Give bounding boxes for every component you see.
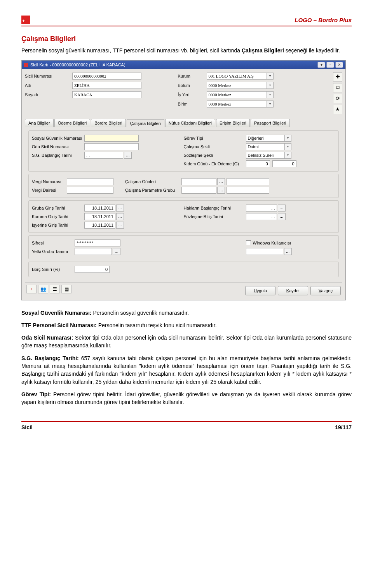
tab-odeme[interactable]: Ödeme Bilgileri	[54, 119, 91, 127]
people-icon[interactable]: 👥	[38, 285, 48, 293]
ellipsis-icon[interactable]: …	[217, 178, 225, 185]
ellipsis-icon[interactable]: …	[278, 205, 286, 212]
label: Adı	[25, 83, 72, 88]
bottom-left-toolbar: ‹ 👥 ☰ ▤	[25, 285, 73, 294]
sifre-input[interactable]: **********	[75, 239, 120, 246]
sgn-input[interactable]	[84, 135, 139, 142]
birim-input[interactable]: 0000 Merkez	[207, 101, 267, 108]
window-title: Sicil Kartı - 000000000000002 (ZELİHA KA…	[30, 62, 316, 67]
label: Vergi Numarası	[32, 179, 67, 184]
titlebar: Sicil Kartı - 000000000000002 (ZELİHA KA…	[22, 61, 345, 69]
calisma-gunleri-display	[227, 178, 269, 185]
ek-odeme-input[interactable]: 0	[272, 160, 296, 167]
para-sgb: S.G. Başlangıç Tarihi: 657 sayılı kanuna…	[21, 354, 352, 386]
list-icon[interactable]: ☰	[50, 285, 60, 293]
label: S.G. Başlangıç Tarihi	[32, 153, 84, 158]
soyadi-input[interactable]: KARACA	[72, 91, 141, 98]
cpg-display	[227, 187, 269, 194]
calisma-gunleri-input[interactable]	[181, 178, 216, 185]
sidebar-tools: ✚ 🗂 ⟳ ★	[331, 72, 342, 116]
close-button[interactable]: ✕	[335, 62, 343, 68]
borc-siniri-input[interactable]: 0	[75, 266, 110, 273]
tab-ana[interactable]: Ana Bilgiler	[25, 119, 54, 127]
kurum-input[interactable]: 001 LOGO YAZILIM A.Ş	[207, 73, 267, 80]
ggt-input[interactable]: 18.11.2011	[84, 205, 115, 212]
kidem-gun-input[interactable]: 0	[246, 160, 270, 167]
para-sgn: Sosyal Güvenlik Numarası: Personelin sos…	[21, 309, 352, 317]
ellipsis-icon[interactable]: …	[217, 187, 225, 194]
page-footer: Sicil 19/117	[21, 421, 352, 430]
dropdown-icon[interactable]: ▾	[284, 152, 291, 159]
label: Windows Kullanıcısı	[253, 241, 291, 245]
ellipsis-icon[interactable]: …	[284, 248, 292, 255]
minimize-button[interactable]: ▾	[317, 62, 325, 68]
label: Çalışma Şekli	[184, 144, 246, 149]
tab-erisim[interactable]: Erişim Bilgileri	[216, 119, 250, 127]
save-button[interactable]: Kaydet	[278, 286, 308, 295]
tab-pasaport[interactable]: Pasaport Bilgileri	[251, 119, 290, 127]
card-icon[interactable]: 🗂	[333, 83, 342, 92]
apply-button[interactable]: Uygula	[245, 286, 275, 295]
sgb-input[interactable]: . .	[84, 152, 123, 159]
sozlesme-sekli-select[interactable]: Belirsiz Süreli	[246, 152, 285, 159]
para-gt: Görev Tipi: Personel görev tipini belirt…	[21, 390, 352, 406]
maximize-button[interactable]: ▫	[326, 62, 334, 68]
cpg-input[interactable]	[181, 187, 216, 194]
ellipsis-icon[interactable]: …	[116, 222, 124, 229]
vergi-dairesi-input[interactable]	[67, 187, 113, 194]
windows-user-checkbox[interactable]	[246, 240, 251, 245]
dropdown-icon[interactable]: ▾	[267, 73, 274, 80]
label: Kurum	[178, 74, 207, 78]
app-icon	[24, 63, 28, 67]
ellipsis-icon[interactable]: …	[116, 205, 124, 212]
add-icon[interactable]: ✚	[333, 72, 342, 82]
app-window: Sicil Kartı - 000000000000002 (ZELİHA KA…	[21, 60, 346, 300]
dropdown-icon[interactable]: ▾	[284, 143, 291, 150]
dropdown-icon[interactable]: ▾	[267, 101, 274, 108]
prev-icon[interactable]: ‹	[26, 285, 37, 293]
label: Yetki Grubu Tanımı	[32, 249, 75, 254]
vergi-no-input[interactable]	[67, 178, 113, 185]
form-icon[interactable]: ▤	[61, 285, 71, 293]
sbt-input[interactable]: . .	[246, 213, 277, 220]
para-osn: Oda Sicil Numarası: Sektör tipi Oda olan…	[21, 334, 352, 350]
tab-nufus[interactable]: Nüfus Cüzdanı Bilgileri	[165, 119, 215, 127]
ellipsis-icon[interactable]: …	[278, 213, 286, 220]
label: Görev Tipi	[184, 136, 246, 140]
cancel-button[interactable]: Vazgeç	[310, 286, 341, 295]
para-ttf: TTF Personel Sicil Numarası: Personelin …	[21, 321, 352, 329]
footer-page: 19/117	[335, 424, 352, 430]
dropdown-icon[interactable]: ▾	[267, 82, 274, 89]
ellipsis-icon[interactable]: …	[124, 152, 132, 159]
kgt-input[interactable]: 18.11.2011	[84, 213, 115, 220]
ellipsis-icon[interactable]: …	[116, 213, 124, 220]
tab-bordro[interactable]: Bordro Bilgileri	[91, 119, 126, 127]
dropdown-icon[interactable]: ▾	[267, 91, 274, 98]
igt-input[interactable]: 18.11.2011	[84, 222, 115, 229]
label: Sicil Numarası	[25, 74, 72, 78]
star-icon[interactable]: ★	[333, 105, 342, 114]
bolum-input[interactable]: 0000 Merkez	[207, 82, 267, 89]
adi-input[interactable]: ZELİHA	[72, 82, 141, 89]
label: İş Yeri	[178, 92, 207, 97]
hbt-input[interactable]: . .	[246, 205, 277, 212]
osn-input[interactable]	[84, 143, 139, 150]
dropdown-icon[interactable]: ▾	[284, 135, 291, 142]
label: Çalışma Parametre Grubu	[125, 188, 181, 193]
calisma-sekli-select[interactable]: Daimi	[246, 143, 285, 150]
label: Borç Sınırı (%)	[32, 267, 75, 272]
label: Bölüm	[178, 83, 207, 88]
ellipsis-icon[interactable]: …	[113, 248, 120, 255]
tab-pane: Sosyal Güvenlik Numarası Oda Sicil Numar…	[25, 127, 342, 283]
label: Soyadı	[25, 92, 72, 97]
label: Şifresi	[32, 241, 75, 245]
isyeri-input[interactable]: 0000 Merkez	[207, 91, 267, 98]
sicil-no-input[interactable]: 000000000000002	[72, 73, 141, 80]
tab-calisma[interactable]: Çalışma Bilgileri	[127, 119, 164, 127]
wk-input[interactable]	[246, 248, 283, 255]
label: Birim	[178, 102, 207, 106]
gorev-tipi-select[interactable]: Diğerleri	[246, 135, 285, 142]
refresh-icon[interactable]: ⟳	[333, 94, 342, 103]
label: Oda Sicil Numarası	[32, 144, 84, 149]
ygt-input[interactable]	[75, 248, 112, 255]
